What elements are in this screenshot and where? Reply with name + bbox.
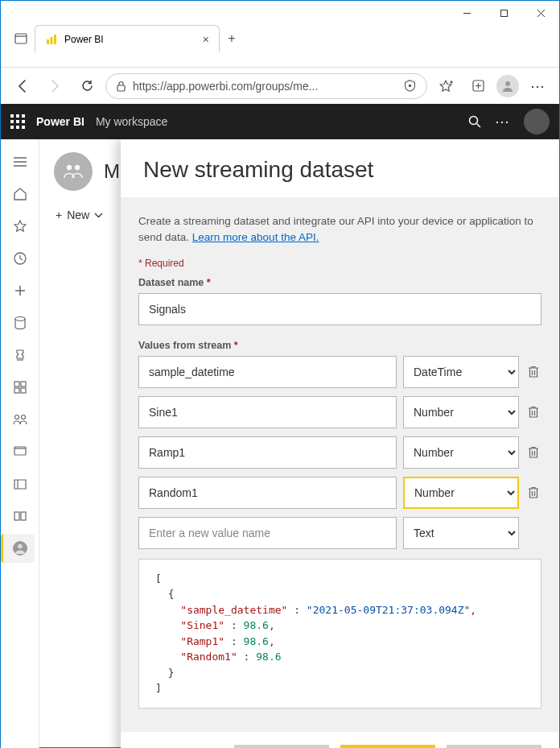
svg-rect-8 [54,35,56,44]
workspace-avatar [54,152,93,191]
back-button[interactable] [9,72,36,100]
favorites-icon[interactable] [6,212,35,241]
value-type-select[interactable]: Number [403,477,519,509]
value-type-select[interactable]: Number [403,436,519,469]
address-bar[interactable]: https://app.powerbi.com/groups/me... [105,73,427,99]
svg-rect-30 [21,388,26,393]
back-button[interactable]: Back [234,745,329,748]
tab-actions-icon[interactable] [7,27,35,51]
svg-rect-28 [21,382,26,386]
cancel-button[interactable]: Cancel [447,745,541,748]
delete-icon[interactable] [525,446,541,459]
svg-point-10 [409,85,411,87]
create-icon[interactable] [6,276,35,305]
app-launcher-icon[interactable] [10,114,25,129]
svg-line-18 [477,124,481,128]
streaming-dataset-panel: New streaming dataset Create a streaming… [121,139,559,748]
maximize-button[interactable] [485,1,522,25]
json-preview: [ { "sample_datetime" : "2021-05-09T21:3… [138,559,541,709]
window-controls [1,1,559,25]
collections-button[interactable] [464,72,492,100]
value-name-input[interactable] [138,436,397,469]
svg-rect-29 [14,388,19,393]
value-name-input[interactable] [138,477,397,509]
more-options-icon[interactable]: ⋯ [495,113,511,130]
value-name-input[interactable] [138,396,397,428]
svg-point-38 [18,544,23,549]
delete-icon[interactable] [525,486,541,499]
favorites-button[interactable] [432,72,459,100]
required-note: * Required [138,258,541,269]
svg-point-17 [470,117,478,125]
svg-point-16 [505,81,510,86]
chevron-down-icon [94,213,103,218]
minimize-button[interactable] [448,1,485,25]
svg-point-32 [21,415,25,419]
panel-title: New streaming dataset [143,157,537,183]
svg-rect-6 [47,39,49,44]
new-value-type-select[interactable]: Text [403,517,519,549]
value-row: Number [138,396,541,428]
new-value-name-input[interactable] [138,517,397,549]
browser-menu-button[interactable]: ⋯ [524,77,551,95]
svg-rect-1 [500,10,507,16]
left-nav-rail [1,139,39,748]
tab-close-icon[interactable]: × [203,33,209,46]
apps-icon[interactable] [6,373,35,402]
tabs-row: Power BI × + [1,25,559,52]
workspace-name[interactable]: My workspace [96,115,167,128]
lock-icon [116,81,126,92]
search-icon[interactable] [467,114,482,129]
datasets-icon[interactable] [6,308,35,337]
svg-rect-7 [51,37,53,44]
workspaces-icon[interactable] [6,469,35,498]
value-row: Number [138,477,541,509]
recent-icon[interactable] [6,244,35,273]
value-name-input[interactable] [138,356,397,388]
deployment-icon[interactable] [6,502,35,531]
nav-toggle-icon[interactable] [6,147,35,176]
shared-icon[interactable] [6,405,35,434]
intro-text: Create a streaming dataset and integrate… [138,213,541,246]
panel-header: New streaming dataset [121,139,559,197]
value-type-select[interactable]: Number [403,396,519,428]
svg-rect-27 [14,382,19,386]
panel-body: Create a streaming dataset and integrate… [121,197,559,732]
delete-icon[interactable] [525,366,541,378]
value-row: DateTime [138,356,541,388]
new-tab-button[interactable]: + [220,27,244,51]
svg-point-40 [75,165,80,170]
forward-button[interactable] [41,72,68,100]
url-text: https://app.powerbi.com/groups/me... [133,80,397,93]
learn-more-link[interactable]: Learn more about the API. [192,231,319,243]
value-type-select[interactable]: DateTime [403,356,519,388]
svg-rect-9 [117,85,125,91]
close-window-button[interactable] [522,1,559,25]
profile-avatar[interactable] [496,75,519,97]
svg-point-39 [67,165,72,170]
my-workspace-icon[interactable] [1,534,35,563]
svg-rect-4 [15,34,27,43]
powerbi-favicon [45,33,58,46]
delete-icon[interactable] [525,406,541,419]
goals-icon[interactable] [6,341,35,370]
main-area: M + New New streaming dataset Create a s… [1,139,559,748]
svg-rect-35 [14,512,19,520]
svg-point-25 [15,317,25,321]
home-icon[interactable] [6,180,35,209]
powerbi-header: Power BI My workspace ⋯ [1,104,559,139]
create-button[interactable]: Create [340,745,435,748]
tab-title: Power BI [64,34,196,45]
refresh-button[interactable] [73,72,101,100]
dataset-name-input[interactable] [138,293,541,325]
user-avatar[interactable] [524,109,550,134]
expand-icon[interactable] [6,745,35,748]
tracking-icon[interactable] [403,79,417,93]
values-label: Values from stream * [138,340,541,351]
svg-point-31 [14,415,19,419]
browser-chrome: Power BI × + [0,0,560,67]
browser-tab[interactable]: Power BI × [35,25,220,52]
learn-icon[interactable] [6,437,35,466]
svg-rect-36 [21,512,26,520]
plus-icon: + [56,209,62,221]
